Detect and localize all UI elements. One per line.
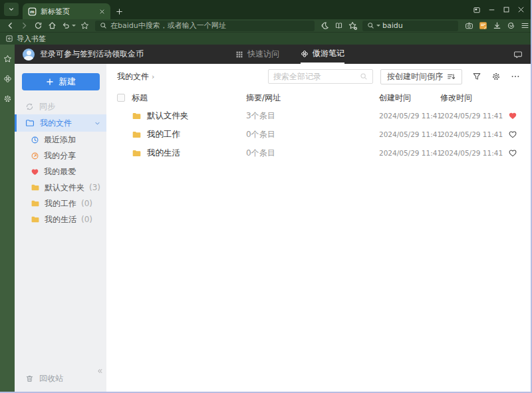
breadcrumb[interactable]: 我的文件 › [117,71,154,82]
tab-bar: m 新标签页 [0,0,531,19]
quiet-mode-icon[interactable] [318,19,332,32]
sidebar-recent-label: 最近添加 [44,134,76,146]
collect-star-icon[interactable] [346,19,360,32]
view-settings-gear-icon[interactable] [491,72,501,81]
clock-icon [31,136,39,144]
row-modified: 2024/05/29 11:41 [440,130,504,138]
feedback-bubble-icon[interactable] [513,50,523,59]
sort-order-button[interactable]: 按创建时间倒序 [380,69,462,84]
import-bookmarks-label[interactable]: 导入书签 [17,34,46,44]
main-toolbar: 我的文件 › 按创建时间倒序 [117,64,520,89]
table-header-row: 标题 摘要/网址 创建时间 修改时间 [117,89,520,106]
browser-side-strip [0,45,15,392]
select-all-checkbox[interactable] [117,94,125,102]
minimize-button[interactable] [484,0,499,19]
sync-icon [25,102,34,111]
tab-list-button[interactable] [4,3,19,16]
chevron-down-icon[interactable] [94,120,100,126]
sidebar-item-trash[interactable]: 回收站 [25,373,63,384]
folder-icon [132,111,142,121]
browser-search-input[interactable] [382,21,454,30]
sidebar-item-my-files[interactable]: 我的文件 [15,114,106,132]
row-title[interactable]: 我的工作 [147,129,180,140]
column-header-title[interactable]: 标题 [132,92,246,104]
new-note-label: 新建 [59,76,76,88]
search-icon [100,22,107,29]
browser-tab[interactable]: m 新标签页 [23,3,110,19]
sidebar-trash-label: 回收站 [39,373,63,384]
login-prompt[interactable]: 登录可参与签到活动领取金币 [40,49,144,60]
tab-close-icon[interactable] [99,9,105,15]
extensions-icon[interactable] [504,19,518,32]
maxnote-clover-icon[interactable] [3,74,12,83]
sidebar-item-recent[interactable]: 最近添加 [15,132,106,148]
avatar[interactable] [23,49,35,61]
new-tab-button[interactable] [110,3,128,19]
notes-search-box[interactable] [268,69,373,84]
more-ellipsis-icon[interactable] [511,72,520,81]
download-icon[interactable] [490,19,504,32]
sidebar-item-favorites[interactable]: 我的最爱 [15,164,106,180]
folder-icon [31,215,40,224]
sidebar-my-life-label: 我的生活 [45,214,76,225]
filter-funnel-icon[interactable] [472,72,481,81]
sidebar-item-my-life[interactable]: 我的生活 (0) [15,211,106,227]
maximize-button[interactable] [499,0,513,19]
row-summary: 0个条目 [246,129,379,140]
favorite-heart-icon[interactable] [508,148,520,158]
favorites-star-icon[interactable] [3,55,12,63]
item-count: (0) [81,215,92,224]
sidebar-item-sync[interactable]: 同步 [15,98,106,114]
new-note-button[interactable]: 新建 [22,73,100,90]
browser-window: m 新标签页 [0,0,532,393]
maxnote-page: 登录可参与签到活动领取金币 快速访问 傲游笔记 [15,45,531,392]
notes-sticky-icon[interactable] [476,19,490,32]
row-title[interactable]: 我的生活 [147,148,180,159]
close-button[interactable] [513,0,528,19]
address-input[interactable] [110,21,310,30]
tab-maxnote-label: 傲游笔记 [313,48,344,59]
sidebar-default-folder-label: 默认文件夹 [45,182,84,194]
search-engine-dropdown-icon[interactable] [376,25,380,27]
column-header-summary[interactable]: 摘要/网址 [246,92,379,104]
address-bar[interactable] [95,21,315,31]
refresh-button[interactable] [31,19,45,32]
search-icon [367,22,374,29]
tab-maxnote[interactable]: 傲游笔记 [301,45,344,64]
undo-button[interactable] [59,19,78,32]
sidebar-item-default-folder[interactable]: 默认文件夹 (3) [15,180,106,196]
notes-search-input[interactable] [273,72,357,81]
table-row[interactable]: 默认文件夹 3个条目 2024/05/29 11:41 2024/05/29 1… [117,106,520,125]
svg-text:m: m [30,9,35,15]
navigation-bar [0,19,531,32]
home-button[interactable] [45,19,59,32]
boss-panel-icon[interactable] [469,0,484,19]
back-button[interactable] [3,19,17,32]
menu-hamburger-icon[interactable] [518,19,532,32]
sidebar-favorites-label: 我的最爱 [44,166,76,178]
tab-quick-access[interactable]: 快速访问 [235,45,279,64]
sidebar-my-files-label: 我的文件 [40,118,72,129]
sidebar-item-my-shares[interactable]: 我的分享 [15,148,106,164]
favorite-star-button[interactable] [78,19,92,32]
reading-mode-icon[interactable] [332,19,346,32]
import-bookmarks-icon [5,35,13,43]
sidebar-item-my-work[interactable]: 我的工作 (0) [15,196,106,211]
favorite-heart-icon[interactable] [508,130,520,139]
screenshot-camera-icon[interactable] [462,19,476,32]
forward-button[interactable] [17,19,31,32]
row-created: 2024/05/29 11:41 [379,112,440,120]
column-header-modified[interactable]: 修改时间 [440,92,504,104]
favorite-heart-icon[interactable] [508,111,520,120]
settings-gear-icon[interactable] [3,94,12,103]
browser-search-box[interactable] [362,21,458,31]
table-row[interactable]: 我的生活 0个条目 2024/05/29 11:41 2024/05/29 11… [117,144,520,162]
row-modified: 2024/05/29 11:41 [440,149,504,157]
row-title[interactable]: 默认文件夹 [147,110,189,122]
row-summary: 0个条目 [246,148,379,159]
heart-icon [31,168,39,176]
collapse-sidebar-icon[interactable] [96,368,103,374]
table-row[interactable]: 我的工作 0个条目 2024/05/29 11:41 2024/05/29 11… [117,125,520,144]
column-header-created[interactable]: 创建时间 [379,92,440,104]
undo-dropdown-icon[interactable] [72,25,76,27]
